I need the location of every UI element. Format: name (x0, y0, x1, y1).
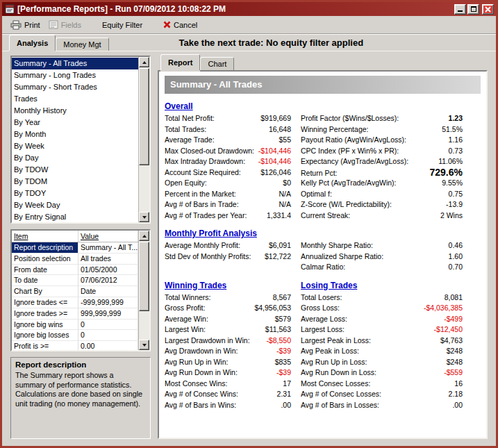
stat-label: Calmar Ratio: (301, 262, 345, 273)
stat-value: 0.73 (449, 146, 463, 157)
stat-label: Avg # of Bars in Wins: (165, 400, 236, 411)
scroll-track[interactable] (139, 67, 149, 212)
stat-row-winning-percentage: Winning Percentage:51.5% (301, 124, 463, 135)
property-row-chart-by[interactable]: Chart ByDate (12, 286, 138, 297)
print-button[interactable]: Print (6, 19, 44, 31)
list-item-by-tdom[interactable]: By TDOM (12, 176, 138, 188)
report-sections: OverallTotal Net Profit:$919,669Total Tr… (165, 101, 481, 410)
stat-row-cpc-index-pf-x-win-x-pr: CPC Index (PF x Win% x PR):0.73 (301, 146, 463, 157)
property-item-cell: Chart By (12, 286, 78, 297)
list-item-by-month[interactable]: By Month (12, 128, 138, 140)
stat-label: Open Equity: (165, 178, 207, 189)
stat-value: 0.75 (449, 189, 463, 200)
report-list: Summary - All TradesSummary - Long Trade… (10, 56, 151, 224)
column-header-value[interactable]: Value (78, 231, 138, 242)
stat-label: Largest Win: (165, 324, 206, 335)
stat-row-avg-peak-in-loss: Avg Peak in Loss:$248 (301, 346, 463, 357)
stat-row-calmar-ratio: Calmar Ratio:0.70 (301, 262, 463, 273)
property-row-ignore-trades[interactable]: Ignore trades >=999,999,999 (12, 308, 138, 320)
stat-value: 16,648 (269, 124, 291, 135)
stat-label: Avg Peak in Loss: (301, 346, 359, 357)
list-item-by-day[interactable]: By Day (12, 152, 138, 164)
stat-value: 17 (283, 379, 291, 390)
minimize-button[interactable] (454, 4, 466, 15)
section-columns: Total Net Profit:$919,669Total Trades:16… (165, 113, 481, 221)
stat-label: Avg Run Down in Win: (165, 367, 238, 379)
stat-value: $6,091 (269, 240, 291, 251)
property-row-to-date[interactable]: To date07/06/2012 (12, 275, 138, 286)
property-row-ignore-big-wins[interactable]: Ignore big wins0 (12, 320, 138, 331)
stat-value: 8,081 (445, 292, 463, 304)
scroll-track[interactable] (139, 241, 149, 340)
report-list-scrollbar[interactable] (138, 57, 149, 222)
main-content: Summary - All TradesSummary - Long Trade… (2, 51, 496, 446)
stat-row-expectancy-avgtrade-avgloss: Expectancy (AvgTrade/AvgLoss):11.06% (301, 156, 463, 167)
list-item-summary-short-trades[interactable]: Summary - Short Trades (12, 81, 138, 93)
list-item-summary-all-trades[interactable]: Summary - All Trades (12, 58, 138, 69)
property-row-ignore-trades[interactable]: Ignore trades <=-999,999,999 (12, 297, 138, 308)
scroll-thumb[interactable] (139, 68, 149, 165)
stat-value: .00 (281, 400, 291, 411)
stat-label: Expectancy (AvgTrade/AvgLoss): (301, 156, 408, 167)
stat-label: Avg # of Bars in Losses: (301, 400, 379, 411)
stat-value: 2.31 (277, 389, 291, 400)
stat-row-avg-of-bars-in-wins: Avg # of Bars in Wins:.00 (165, 400, 291, 411)
maximize-button[interactable] (467, 4, 479, 15)
cancel-button[interactable]: Cancel (159, 19, 201, 31)
section-columns: Average Monthly Profit:$6,091Std Dev of … (165, 240, 481, 273)
stat-value: $4,763 (440, 335, 463, 347)
tab-analysis[interactable]: Analysis (9, 35, 56, 51)
list-item-by-week-day[interactable]: By Week Day (12, 199, 138, 211)
stat-row-most-consec-losses: Most Consec Losses:16 (301, 379, 463, 390)
property-row-profit-is[interactable]: Profit is >=0.00 (12, 341, 138, 350)
tab-money-mgt[interactable]: Money Mgt (56, 38, 108, 51)
property-item-cell: Ignore trades >= (12, 308, 78, 320)
property-row-from-date[interactable]: From date01/05/2000 (12, 265, 138, 276)
arrow-up-icon (142, 61, 147, 64)
list-item-by-tdoy[interactable]: By TDOY (12, 188, 138, 199)
stat-value: $126,046 (260, 167, 291, 179)
list-item-by-tdow[interactable]: By TDOW (12, 164, 138, 176)
close-button[interactable] (482, 4, 494, 15)
scroll-down-button[interactable] (139, 212, 149, 222)
stat-value: 0.70 (449, 262, 463, 273)
stat-value: 16 (454, 379, 463, 390)
scroll-up-button[interactable] (139, 57, 149, 67)
stat-row-avg-of-bars-in-losses: Avg # of Bars in Losses:.00 (301, 400, 463, 411)
tab-chart[interactable]: Chart (200, 57, 234, 70)
scroll-down-button[interactable] (139, 340, 149, 350)
list-item-monthly-history[interactable]: Monthly History (12, 105, 138, 117)
list-item-by-entry-signal[interactable]: By Entry Signal (12, 211, 138, 222)
property-grid-scrollbar[interactable] (138, 231, 149, 350)
stat-label: Max Intraday Drawdown: (165, 156, 245, 167)
stat-row-gross-loss: Gross Loss:-$4,036,385 (301, 303, 463, 314)
window-title: [Performance Reports] - Run 07/09/2012 1… (17, 4, 451, 14)
titlebar[interactable]: [Performance Reports] - Run 07/09/2012 1… (2, 2, 496, 16)
scroll-thumb[interactable] (139, 242, 149, 311)
property-row-position-selection[interactable]: Position selectionAll trades (12, 254, 138, 265)
stat-row-current-streak: Current Streak:2 Wins (301, 210, 463, 222)
stat-label: Percent in the Market: (165, 189, 236, 200)
property-value-cell: Summary - All T... (78, 242, 138, 254)
property-row-report-description[interactable]: Report descriptionSummary - All T... (12, 242, 138, 254)
stat-column: Total Winners:8,567Gross Profit:$4,956,0… (165, 292, 291, 411)
stat-row-total-winners: Total Winners:8,567 (165, 292, 291, 304)
stat-value: -$104,446 (258, 146, 291, 157)
tab-report[interactable]: Report (160, 54, 200, 70)
column-header-item[interactable]: Item (12, 231, 78, 242)
stat-label: Average Win: (165, 314, 208, 325)
scroll-up-button[interactable] (139, 231, 149, 241)
list-item-summary-long-trades[interactable]: Summary - Long Trades (12, 69, 138, 81)
list-item-by-week[interactable]: By Week (12, 140, 138, 152)
stat-row-average-loss: Average Loss:-$499 (301, 314, 463, 325)
report-section-winning-trades: Winning TradesLosing TradesTotal Winners… (165, 281, 481, 411)
stat-value: $919,669 (260, 113, 291, 124)
equity-filter-button[interactable]: Equity Filter (98, 19, 147, 31)
property-row-ignore-big-losses[interactable]: Ignore big losses0 (12, 330, 138, 341)
report-section-overall: OverallTotal Net Profit:$919,669Total Tr… (165, 101, 481, 221)
stat-row-kelly-pct-avgtrade-avgwin: Kelly Pct (AvgTrade/AvgWin):9.55% (301, 178, 463, 189)
list-item-by-year[interactable]: By Year (12, 117, 138, 128)
report-area: Summary - All Trades OverallTotal Net Pr… (158, 70, 488, 439)
list-item-trades[interactable]: Trades (12, 93, 138, 105)
stat-label: Optimal f: (301, 189, 332, 200)
